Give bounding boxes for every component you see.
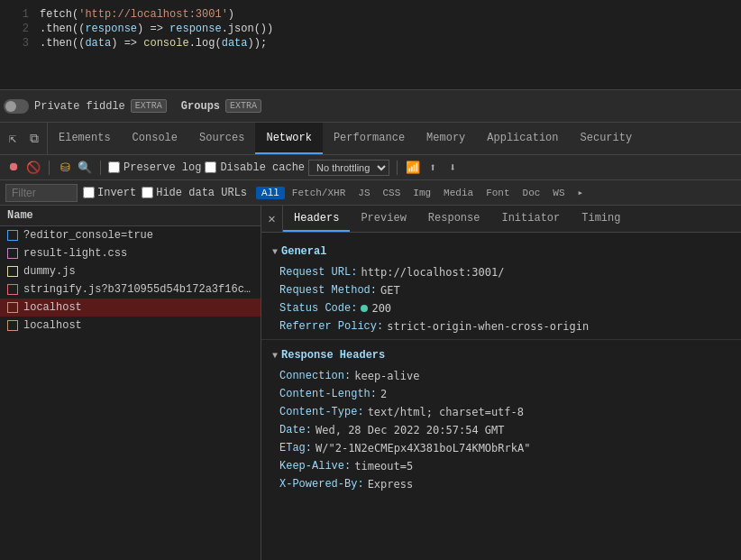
details-panel: ✕ Headers Preview Response Initiator Tim… <box>261 206 741 560</box>
detail-tab-timing[interactable]: Timing <box>571 206 631 232</box>
private-fiddle-label: Private fiddle <box>34 100 125 113</box>
filter-type-img[interactable]: Img <box>407 187 436 199</box>
content-length-key: Content-Length: <box>279 388 377 400</box>
upload-icon[interactable]: ⬆ <box>425 160 441 176</box>
tab-elements[interactable]: Elements <box>48 123 122 154</box>
filter-type-ws[interactable]: WS <box>547 187 570 199</box>
extra-badge-header: EXTRA <box>131 99 167 113</box>
list-item-1[interactable]: ?editor_console=true <box>0 226 261 244</box>
detail-tab-headers[interactable]: Headers <box>283 206 350 232</box>
status-green-dot <box>361 305 368 312</box>
preserve-log-input[interactable] <box>108 161 120 173</box>
groups-area: Groups EXTRA <box>181 99 261 113</box>
line-number-3: 3 <box>7 37 29 50</box>
invert-input[interactable] <box>83 187 95 198</box>
throttle-select[interactable]: No throttling Fast 3G Slow 3G Offline <box>308 160 389 176</box>
filter-type-css[interactable]: CSS <box>377 187 406 199</box>
groups-extra-badge: EXTRA <box>225 99 261 113</box>
item-name-1: ?editor_console=true <box>23 229 253 242</box>
general-section-header[interactable]: ▼ General <box>261 240 741 263</box>
keep-alive-row: Keep-Alive: timeout=5 <box>261 457 741 475</box>
content-length-row: Content-Length: 2 <box>261 385 741 403</box>
invert-checkbox[interactable]: Invert <box>83 187 136 199</box>
cursor-icon[interactable]: ⇱ <box>4 130 22 148</box>
detail-tab-response[interactable]: Response <box>417 206 491 232</box>
record-button[interactable]: ⏺ <box>5 160 22 176</box>
private-fiddle-area: Private fiddle EXTRA <box>4 99 167 114</box>
detail-tab-initiator[interactable]: Initiator <box>490 206 571 232</box>
request-url-value: http://localhost:3001/ <box>361 266 504 279</box>
disable-cache-label: Disable cache <box>220 161 305 174</box>
tab-performance[interactable]: Performance <box>323 123 416 154</box>
code-area: 1 fetch('http://localhost:3001') 2 .then… <box>0 0 741 90</box>
code-text-1: fetch('http://localhost:3001') <box>40 8 234 21</box>
keep-alive-key: Keep-Alive: <box>279 460 351 473</box>
response-headers-arrow-icon: ▼ <box>272 351 278 361</box>
list-item-6[interactable]: localhost <box>0 317 261 335</box>
hide-data-urls-input[interactable] <box>142 187 153 198</box>
item-icon-2 <box>7 248 18 259</box>
disable-cache-input[interactable] <box>205 161 216 173</box>
filter-bar: Invert Hide data URLs All Fetch/XHR JS C… <box>0 180 741 206</box>
request-url-row: Request URL: http://localhost:3001/ <box>261 263 741 281</box>
x-powered-by-key: X-Powered-By: <box>279 478 364 491</box>
search-icon[interactable]: 🔍 <box>77 160 93 176</box>
code-text-2: .then((response) => response.json()) <box>40 23 273 35</box>
close-details-button[interactable]: ✕ <box>261 206 283 233</box>
filter-type-doc[interactable]: Doc <box>517 187 546 199</box>
code-line-2: 2 .then((response) => response.json()) <box>0 22 741 36</box>
status-code-row: Status Code: 200 <box>261 299 741 317</box>
list-item-2[interactable]: result-light.css <box>0 244 261 262</box>
devtools-header: Private fiddle EXTRA Groups EXTRA <box>0 90 741 123</box>
network-list: Name ?editor_console=true result-light.c… <box>0 206 261 560</box>
x-powered-by-value: Express <box>368 478 414 491</box>
code-line-1: 1 fetch('http://localhost:3001') <box>0 7 741 22</box>
wifi-icon[interactable]: 📶 <box>405 160 421 176</box>
disable-cache-checkbox[interactable]: Disable cache <box>205 161 305 174</box>
groups-label: Groups <box>181 100 220 113</box>
tab-console[interactable]: Console <box>122 123 188 154</box>
tab-security[interactable]: Security <box>570 123 644 154</box>
filter-type-fetch[interactable]: Fetch/XHR <box>287 187 351 199</box>
referrer-policy-key: Referrer Policy: <box>279 320 383 333</box>
item-name-3: dummy.js <box>23 265 253 278</box>
tab-application[interactable]: Application <box>476 123 569 154</box>
tab-network[interactable]: Network <box>255 123 322 154</box>
response-headers-section-header[interactable]: ▼ Response Headers <box>261 344 741 367</box>
item-icon-1 <box>7 230 18 241</box>
hide-data-urls-checkbox[interactable]: Hide data URLs <box>142 187 247 199</box>
clear-button[interactable]: 🚫 <box>25 160 41 176</box>
preserve-log-label: Preserve log <box>124 161 201 174</box>
filter-type-more[interactable]: ▸ <box>572 186 590 199</box>
filter-type-media[interactable]: Media <box>438 187 479 199</box>
download-icon[interactable]: ⬇ <box>444 160 461 176</box>
tab-sources[interactable]: Sources <box>188 123 255 154</box>
filter-input[interactable] <box>5 184 78 202</box>
list-item-3[interactable]: dummy.js <box>0 262 261 280</box>
list-item-5[interactable]: localhost <box>0 298 261 317</box>
preserve-log-checkbox[interactable]: Preserve log <box>108 161 201 174</box>
tab-icons-area: ⇱ ⧉ <box>0 123 48 154</box>
connection-value: keep-alive <box>354 370 419 382</box>
etag-row: ETag: W/"2-1N2eCMEpx4X381boL74KMObRrkA" <box>261 439 741 457</box>
tab-memory[interactable]: Memory <box>416 123 476 154</box>
responsive-icon[interactable]: ⧉ <box>25 130 43 148</box>
code-text-3: .then((data) => console.log(data)); <box>40 37 267 50</box>
tab-bar: ⇱ ⧉ Elements Console Sources Network Per… <box>0 123 741 155</box>
response-headers-section-label: Response Headers <box>281 349 385 362</box>
filter-icon[interactable]: ⛁ <box>57 160 73 176</box>
filter-type-all[interactable]: All <box>256 187 285 199</box>
list-item-4[interactable]: stringify.js?b3710955d54b172a3f16c... <box>0 280 261 298</box>
filter-type-js[interactable]: JS <box>352 187 375 199</box>
request-url-key: Request URL: <box>279 266 357 279</box>
detail-tab-preview[interactable]: Preview <box>350 206 416 232</box>
date-key: Date: <box>279 424 312 436</box>
filter-type-font[interactable]: Font <box>480 187 515 199</box>
item-name-2: result-light.css <box>23 247 253 260</box>
item-name-5: localhost <box>23 301 253 314</box>
hide-data-urls-label: Hide data URLs <box>156 187 247 199</box>
toolbar-separator-1 <box>49 161 50 175</box>
line-number-1: 1 <box>7 8 29 21</box>
toggle-switch[interactable] <box>4 99 29 114</box>
connection-key: Connection: <box>279 370 351 382</box>
